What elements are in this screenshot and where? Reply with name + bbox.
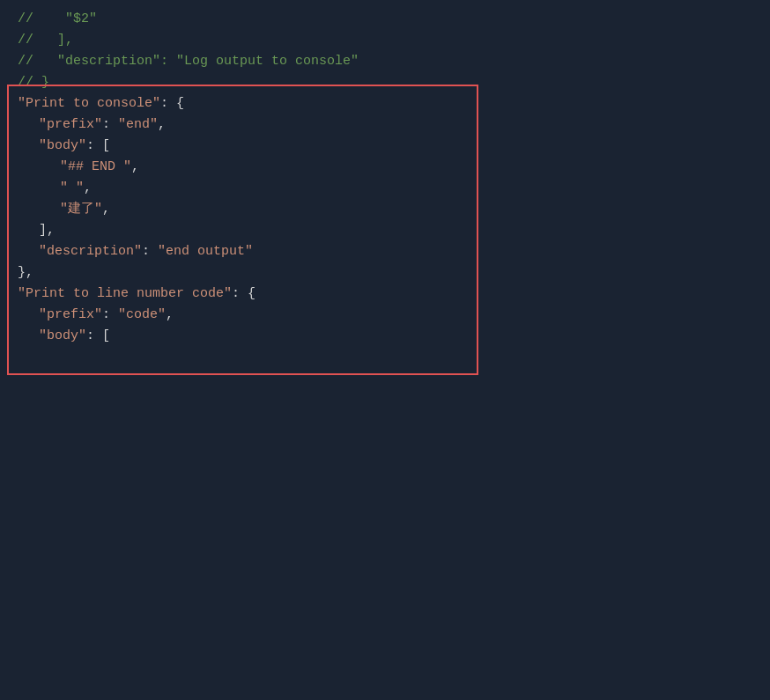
code-line-14: "Print to line number code": {: [18, 284, 752, 305]
code-line-4: // }: [18, 72, 752, 93]
code-line-10: "建了",: [18, 199, 752, 220]
code-line-6: "prefix": "end",: [18, 114, 752, 136]
code-line-3: // "description": "Log output to console…: [18, 51, 752, 72]
code-line-16: "body": [: [18, 326, 752, 347]
code-line-7: "body": [: [18, 136, 752, 157]
code-line-13: },: [18, 262, 752, 284]
code-line-12: "description": "end output": [18, 241, 752, 262]
code-line-15: "prefix": "code",: [18, 305, 752, 326]
code-line-8: "## END ",: [18, 157, 752, 178]
code-line-1: // "$2": [18, 9, 752, 30]
code-line-5: "Print to console": {: [18, 93, 752, 114]
code-editor: // "$2" // ], // "description": "Log out…: [0, 0, 770, 700]
code-line-11: ],: [18, 220, 752, 241]
code-line-9: " ",: [18, 178, 752, 199]
code-line-2: // ],: [18, 30, 752, 51]
